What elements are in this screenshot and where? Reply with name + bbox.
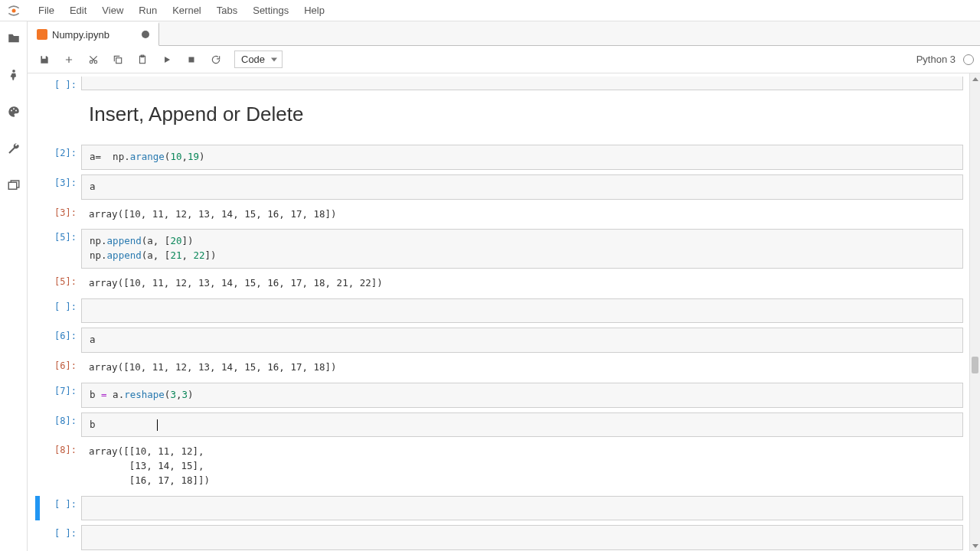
text-cursor <box>157 419 158 431</box>
tab-label: Numpy.ipynb <box>52 29 109 41</box>
cell-prompt: [ ]: <box>43 496 81 521</box>
svg-point-0 <box>12 8 16 12</box>
kernel-name[interactable]: Python 3 <box>916 54 956 65</box>
output-prompt: [8]: <box>43 442 81 491</box>
left-sidebar <box>0 21 28 551</box>
running-icon[interactable] <box>6 67 21 83</box>
code-input[interactable]: a= np.arange(10,19) <box>81 145 963 170</box>
menu-view[interactable]: View <box>94 2 131 19</box>
menu-file[interactable]: File <box>31 2 62 19</box>
cell-prompt: [ ]: <box>43 525 81 550</box>
scroll-up-arrow[interactable] <box>970 73 980 84</box>
tab-numpy-ipynb[interactable]: Numpy.ipynb <box>28 22 159 46</box>
cell-prompt: [ ]: <box>43 298 81 324</box>
copy-button[interactable] <box>107 49 129 70</box>
cell-prompt: [8]: <box>43 412 81 438</box>
vertical-scrollbar[interactable] <box>969 73 980 551</box>
menu-edit[interactable]: Edit <box>62 2 94 19</box>
output-prompt: [6]: <box>43 357 81 378</box>
code-input[interactable] <box>81 298 963 324</box>
svg-point-1 <box>12 70 15 73</box>
cut-button[interactable] <box>83 49 104 70</box>
cell-prompt: [2]: <box>43 145 81 170</box>
code-cell[interactable]: [3]: a <box>35 174 963 200</box>
insert-cell-button[interactable] <box>58 49 80 70</box>
jupyter-logo <box>6 3 21 18</box>
code-cell[interactable]: [ ]: <box>35 77 963 90</box>
code-input[interactable] <box>81 496 963 521</box>
main-panel: Numpy.ipynb Code Python 3 [ ]: <box>28 21 980 551</box>
cell-output: [8]: array([[10, 11, 12], [13, 14, 15], … <box>35 442 963 491</box>
cell-prompt: [3]: <box>43 174 81 200</box>
stop-button[interactable] <box>181 49 202 70</box>
menu-help[interactable]: Help <box>296 2 332 19</box>
code-cell[interactable]: [8]: b <box>35 412 963 438</box>
paste-button[interactable] <box>132 49 153 70</box>
menu-settings[interactable]: Settings <box>245 2 296 19</box>
kernel-status-indicator <box>963 54 974 65</box>
save-button[interactable] <box>34 49 55 70</box>
wrench-icon[interactable] <box>6 141 21 156</box>
svg-rect-11 <box>189 57 194 62</box>
output-prompt: [5]: <box>43 273 81 294</box>
code-input[interactable]: a <box>81 174 963 200</box>
code-input[interactable]: b <box>81 412 963 438</box>
run-button[interactable] <box>156 49 178 70</box>
section-heading: Insert, Append or Delete <box>89 103 956 126</box>
svg-rect-8 <box>116 57 122 63</box>
notebook-toolbar: Code Python 3 <box>28 46 980 73</box>
scrollbar-thumb[interactable] <box>972 357 978 373</box>
code-input[interactable]: b = a.reshape(3,3) <box>81 383 963 408</box>
notebook-scroll-area[interactable]: [ ]: Insert, Append or Delete [2]: a= np… <box>28 73 980 551</box>
code-cell[interactable]: [5]: np.append(a, [20]) np.append(a, [21… <box>35 229 963 269</box>
markdown-cell[interactable]: Insert, Append or Delete <box>35 95 963 140</box>
code-cell[interactable]: [ ]: <box>35 525 963 550</box>
palette-icon[interactable] <box>6 104 21 119</box>
code-cell[interactable]: [6]: a <box>35 328 963 353</box>
code-input[interactable] <box>81 525 963 550</box>
code-cell[interactable]: [ ]: <box>35 298 963 324</box>
output-prompt: [3]: <box>43 204 81 225</box>
notebook-icon <box>37 29 47 40</box>
menu-run[interactable]: Run <box>131 2 165 19</box>
code-cell[interactable]: [7]: b = a.reshape(3,3) <box>35 383 963 408</box>
folder-icon[interactable] <box>6 31 21 46</box>
svg-point-4 <box>15 110 17 112</box>
menu-bar: File Edit View Run Kernel Tabs Settings … <box>0 0 980 21</box>
cell-output: [3]: array([10, 11, 12, 13, 14, 15, 16, … <box>35 204 963 225</box>
code-cell[interactable]: [2]: a= np.arange(10,19) <box>35 145 963 170</box>
scroll-down-arrow[interactable] <box>970 540 980 551</box>
svg-rect-5 <box>8 182 17 189</box>
tabs-icon[interactable] <box>6 178 21 193</box>
code-input[interactable]: a <box>81 328 963 353</box>
code-cell[interactable]: [ ]: <box>35 496 963 521</box>
restart-button[interactable] <box>205 49 227 70</box>
cell-prompt: [5]: <box>43 229 81 269</box>
cell-prompt: [6]: <box>43 328 81 353</box>
menu-tabs[interactable]: Tabs <box>209 2 245 19</box>
menu-kernel[interactable]: Kernel <box>165 2 209 19</box>
tab-unsaved-indicator <box>142 31 149 38</box>
cell-prompt: [ ]: <box>43 77 81 90</box>
cell-output: [6]: array([10, 11, 12, 13, 14, 15, 16, … <box>35 357 963 378</box>
cell-prompt: [7]: <box>43 383 81 408</box>
code-input[interactable]: np.append(a, [20]) np.append(a, [21, 22]… <box>81 229 963 269</box>
svg-point-3 <box>13 108 15 109</box>
cell-type-select[interactable]: Code <box>234 51 283 68</box>
svg-point-2 <box>11 110 12 112</box>
cell-output: [5]: array([10, 11, 12, 13, 14, 15, 16, … <box>35 273 963 294</box>
document-tab-bar: Numpy.ipynb <box>28 21 980 46</box>
